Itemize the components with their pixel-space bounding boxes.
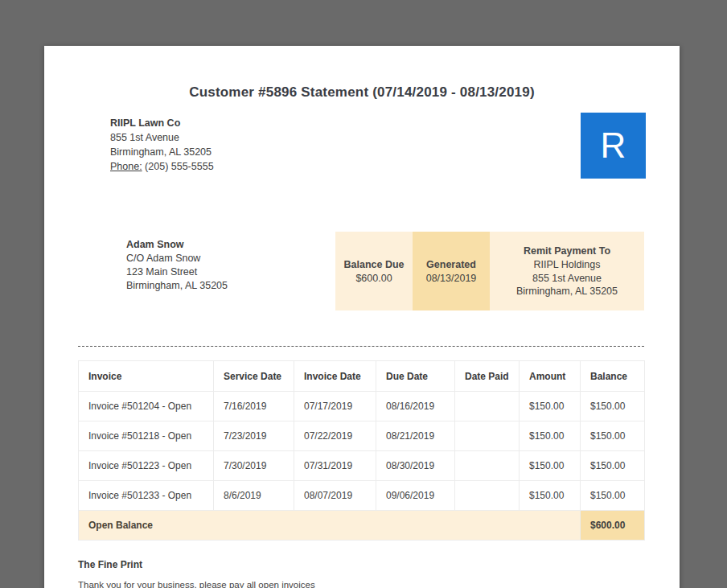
dashed-divider — [78, 346, 644, 347]
cell-invoice: Invoice #501223 - Open — [79, 451, 214, 481]
cell-date-paid — [455, 421, 520, 451]
remit-box: Remit Payment To RIIPL Holdings 855 1st … — [490, 232, 644, 310]
generated-label: Generated — [426, 259, 476, 270]
column-header-service-date: Service Date — [214, 361, 294, 392]
column-header-invoice-date: Invoice Date — [294, 361, 376, 392]
invoice-row: Invoice #501223 - Open 7/30/2019 07/31/2… — [79, 451, 645, 481]
fine-print-text: Thank you for your business, please pay … — [78, 580, 315, 588]
cell-service-date: 7/16/2019 — [214, 392, 294, 421]
viewer-background: { "statement": { "title": "Customer #589… — [0, 0, 727, 588]
cell-amount: $150.00 — [520, 421, 581, 451]
company-name: RIIPL Lawn Co — [110, 116, 214, 130]
company-logo: R — [581, 113, 646, 179]
cell-invoice: Invoice #501218 - Open — [79, 421, 214, 451]
cell-due-date: 09/06/2019 — [376, 481, 455, 511]
cell-due-date: 08/16/2019 — [376, 392, 455, 421]
document-page: Customer #5896 Statement (07/14/2019 - 0… — [44, 46, 680, 588]
remit-address-line2: Birmingham, AL 35205 — [516, 285, 618, 298]
summary-panel: Balance Due $600.00 Generated 08/13/2019… — [335, 232, 644, 310]
invoice-table: Invoice Service Date Invoice Date Due Da… — [78, 360, 645, 541]
remit-label: Remit Payment To — [524, 245, 610, 258]
company-phone: Phone: (205) 555-5555 — [110, 159, 214, 174]
company-address-line1: 855 1st Avenue — [110, 130, 214, 145]
column-header-balance: Balance — [581, 361, 645, 392]
cell-balance: $150.00 — [581, 392, 645, 421]
cell-date-paid — [455, 392, 520, 421]
phone-number: (205) 555-5555 — [145, 161, 213, 172]
table-header-row: Invoice Service Date Invoice Date Due Da… — [79, 361, 645, 392]
cell-date-paid — [455, 451, 520, 481]
open-balance-label: Open Balance — [79, 511, 581, 541]
company-info: RIIPL Lawn Co 855 1st Avenue Birmingham,… — [110, 116, 214, 174]
customer-info: Adam Snow C/O Adam Snow 123 Main Street … — [126, 238, 228, 293]
open-balance-row: Open Balance $600.00 — [79, 511, 645, 541]
cell-amount: $150.00 — [520, 451, 581, 481]
cell-invoice-date: 07/17/2019 — [294, 392, 376, 421]
cell-service-date: 7/23/2019 — [214, 421, 294, 451]
column-header-date-paid: Date Paid — [455, 361, 520, 392]
phone-label: Phone: — [110, 161, 142, 172]
cell-invoice-date: 08/07/2019 — [294, 481, 376, 511]
cell-service-date: 7/30/2019 — [214, 451, 294, 481]
cell-due-date: 08/30/2019 — [376, 451, 455, 481]
cell-due-date: 08/21/2019 — [376, 421, 455, 451]
invoice-row: Invoice #501204 - Open 7/16/2019 07/17/2… — [79, 392, 645, 421]
cell-balance: $150.00 — [581, 451, 645, 481]
cell-balance: $150.00 — [581, 481, 645, 511]
column-header-amount: Amount — [520, 361, 581, 392]
statement-title: Customer #5896 Statement (07/14/2019 - 0… — [44, 84, 680, 101]
company-address-line2: Birmingham, AL 35205 — [110, 145, 214, 159]
logo-letter: R — [601, 125, 626, 166]
cell-invoice-date: 07/31/2019 — [294, 451, 376, 481]
balance-due-value: $600.00 — [355, 273, 392, 284]
remit-address-line1: 855 1st Avenue — [532, 272, 602, 286]
cell-invoice-date: 07/22/2019 — [294, 421, 376, 451]
fine-print-heading: The Fine Print — [78, 559, 142, 570]
customer-address-line1: 123 Main Street — [126, 265, 228, 279]
balance-due-box: Balance Due $600.00 — [335, 232, 413, 310]
cell-invoice: Invoice #501204 - Open — [79, 392, 214, 421]
customer-care-of: C/O Adam Snow — [126, 252, 228, 265]
generated-value: 08/13/2019 — [426, 273, 477, 284]
cell-invoice: Invoice #501233 - Open — [79, 481, 214, 511]
customer-address-line2: Birmingham, AL 35205 — [126, 279, 228, 293]
column-header-due-date: Due Date — [376, 361, 455, 392]
invoice-row: Invoice #501218 - Open 7/23/2019 07/22/2… — [79, 421, 645, 451]
balance-due-label: Balance Due — [343, 259, 404, 270]
cell-date-paid — [455, 481, 520, 511]
cell-amount: $150.00 — [520, 481, 581, 511]
customer-name: Adam Snow — [126, 238, 228, 252]
cell-amount: $150.00 — [520, 392, 581, 421]
cell-service-date: 8/6/2019 — [214, 481, 294, 511]
generated-box: Generated 08/13/2019 — [413, 232, 490, 310]
remit-name: RIIPL Holdings — [534, 258, 601, 272]
invoice-row: Invoice #501233 - Open 8/6/2019 08/07/20… — [79, 481, 645, 511]
column-header-invoice: Invoice — [79, 361, 214, 392]
cell-balance: $150.00 — [581, 421, 645, 451]
open-balance-value: $600.00 — [581, 511, 645, 541]
